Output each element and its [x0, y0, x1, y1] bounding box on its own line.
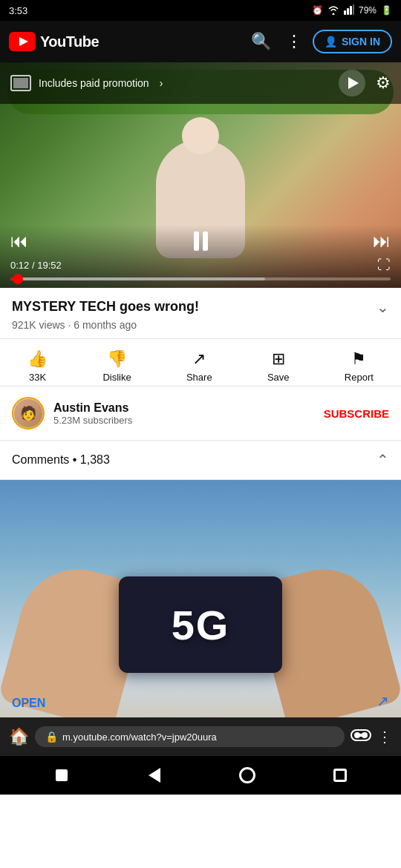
channel-avatar[interactable]: 🧑 [12, 397, 45, 430]
share-icon: ↗ [192, 349, 206, 369]
paid-promo-text: Includes paid promotion [39, 77, 149, 89]
paid-promo-icon [10, 75, 31, 91]
signal-icon [344, 4, 354, 17]
save-button[interactable]: ⊞ Save [267, 349, 290, 383]
phone-device: 5G [119, 576, 282, 673]
svg-point-7 [354, 732, 360, 738]
youtube-header: YouTube 🔍 ⋮ 👤 SIGN IN [0, 21, 401, 62]
report-button[interactable]: ⚑ Report [345, 349, 374, 383]
status-time: 3:53 [9, 5, 27, 16]
lock-icon: 🔒 [45, 731, 58, 743]
svg-rect-9 [359, 734, 362, 737]
url-bar[interactable]: 🔒 m.youtube.com/watch?v=jpw20uura [35, 726, 345, 747]
video-title-row: MYSTERY TECH goes wrong! ⌄ [12, 298, 389, 316]
recents-icon [333, 769, 347, 782]
expand-info-chevron[interactable]: ⌄ [376, 298, 389, 316]
browser-more-icon[interactable]: ⋮ [377, 728, 392, 746]
video-controls: ⏮ ⏭ 0:12 / 19:52 ⛶ [0, 225, 401, 288]
flag-icon: ⚑ [351, 349, 366, 369]
paid-promo-content: Includes paid promotion › [10, 75, 163, 91]
youtube-logo-text: YouTube [40, 33, 99, 50]
alarm-icon: ⏰ [312, 5, 323, 16]
sign-in-button[interactable]: 👤 SIGN IN [313, 30, 392, 53]
battery-text: 79% [359, 5, 376, 16]
search-icon[interactable]: 🔍 [247, 27, 276, 56]
video-info: MYSTERY TECH goes wrong! ⌄ 921K views · … [0, 288, 401, 339]
home-icon [239, 767, 255, 783]
comments-expand-icon[interactable]: ⌃ [376, 451, 389, 469]
subscribe-button[interactable]: SUBSCRIBE [324, 407, 389, 420]
time-row: 0:12 / 19:52 ⛶ [10, 257, 391, 273]
share-button[interactable]: ↗ Share [186, 349, 212, 383]
svg-point-8 [362, 732, 368, 738]
status-icons: ⏰ 79% 🔋 [312, 4, 392, 17]
upload-time: 6 months ago [74, 319, 137, 331]
ad-banner[interactable]: 5G OPEN ↗ [0, 480, 401, 717]
ad-external-link-icon[interactable]: ↗ [376, 692, 389, 710]
stop-icon [56, 769, 68, 781]
back-button[interactable] [140, 760, 169, 790]
channel-name[interactable]: Austin Evans [53, 401, 324, 415]
thumbs-down-icon: 👎 [107, 349, 127, 369]
save-icon: ⊞ [272, 349, 285, 369]
video-player[interactable]: Includes paid promotion › ⚙ ⏮ ⏭ 0:12 / 1… [0, 62, 401, 288]
video-title: MYSTERY TECH goes wrong! [12, 298, 371, 315]
sign-in-avatar-icon: 👤 [325, 36, 337, 47]
paid-promo-chevron-icon: › [160, 77, 163, 89]
report-label: Report [345, 372, 374, 383]
more-options-icon[interactable]: ⋮ [281, 27, 307, 56]
play-triangle-icon [348, 77, 359, 89]
previous-button[interactable]: ⏮ [10, 231, 28, 251]
save-label: Save [267, 372, 290, 383]
youtube-logo: YouTube [9, 32, 99, 51]
recents-button[interactable] [325, 760, 355, 790]
view-count: 921K views [12, 319, 65, 331]
mini-play-button[interactable] [339, 70, 365, 96]
playback-controls-row: ⏮ ⏭ [10, 231, 391, 251]
pause-button[interactable] [194, 231, 208, 251]
paid-promotion-bar: Includes paid promotion › ⚙ [0, 62, 401, 104]
progress-buffered [18, 277, 265, 280]
current-time: 0:12 / 19:52 [10, 260, 62, 271]
channel-row: 🧑 Austin Evans 5.23M subscribers SUBSCRI… [0, 387, 401, 441]
dislike-label: Dislike [102, 372, 131, 383]
share-label: Share [186, 372, 212, 383]
time-display: 3:53 [9, 5, 27, 16]
status-bar: 3:53 ⏰ 79% 🔋 [0, 0, 401, 21]
pause-bar-right [203, 231, 208, 251]
comments-section-header: Comments • 1,383 ⌃ [0, 441, 401, 480]
channel-subscribers: 5.23M subscribers [53, 415, 324, 426]
back-icon [149, 768, 160, 783]
browser-home-icon[interactable]: 🏠 [9, 727, 29, 746]
five-g-text: 5G [172, 601, 230, 649]
wifi-icon [327, 4, 339, 17]
svg-rect-2 [350, 6, 352, 15]
fullscreen-button[interactable]: ⛶ [377, 257, 391, 273]
pause-bar-left [194, 231, 199, 251]
vr-mode-icon[interactable] [351, 728, 371, 746]
dislike-button[interactable]: 👎 Dislike [102, 349, 131, 383]
battery-icon: 🔋 [381, 5, 392, 16]
progress-scrubber[interactable] [13, 274, 23, 284]
video-top-controls: ⚙ [339, 70, 391, 96]
youtube-logo-icon [9, 32, 36, 51]
video-meta: 921K views · 6 months ago [12, 319, 389, 331]
stop-navigation-button[interactable] [47, 760, 76, 790]
channel-info: Austin Evans 5.23M subscribers [53, 401, 324, 426]
comments-label: Comments • 1,383 [12, 453, 110, 467]
browser-bottom-nav [0, 756, 401, 795]
svg-rect-1 [347, 8, 349, 15]
sign-in-label: SIGN IN [342, 36, 380, 47]
like-button[interactable]: 👍 33K [27, 349, 48, 383]
svg-rect-3 [353, 4, 354, 15]
ad-open-button[interactable]: OPEN [12, 697, 45, 710]
thumbs-up-icon: 👍 [27, 349, 48, 369]
url-text: m.youtube.com/watch?v=jpw20uura [62, 731, 217, 743]
browser-toolbar: 🏠 🔒 m.youtube.com/watch?v=jpw20uura ⋮ [0, 717, 401, 756]
progress-bar[interactable] [10, 277, 391, 280]
home-button[interactable] [232, 760, 262, 790]
ad-content: 5G [0, 480, 401, 717]
action-buttons-bar: 👍 33K 👎 Dislike ↗ Share ⊞ Save ⚑ Report [0, 339, 401, 387]
video-settings-icon[interactable]: ⚙ [376, 73, 391, 93]
next-button[interactable]: ⏭ [373, 231, 391, 251]
